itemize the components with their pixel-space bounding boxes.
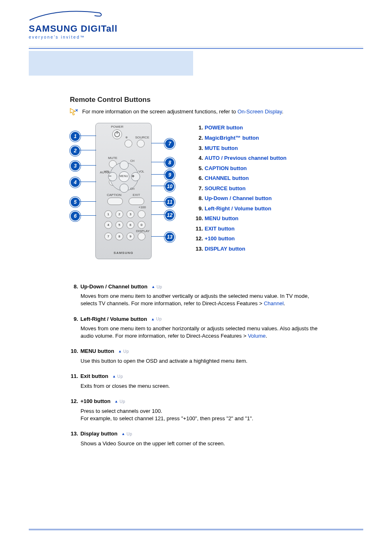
up-triangle-icon: ▲ (118, 350, 122, 353)
callout-item: 7.SOURCE button (193, 183, 286, 193)
up-triangle-icon: ▲ (112, 375, 116, 378)
channel-link[interactable]: Channel (264, 300, 284, 306)
detail-title: Exit button (81, 373, 108, 379)
detail-body: Moves from one menu item to another hori… (81, 325, 325, 339)
marker-7: 7 (164, 138, 175, 149)
detail-title: Up-Down / Channel button (81, 283, 148, 290)
marker-4: 4 (70, 177, 81, 188)
info-text: For more information on the screen adjus… (82, 108, 284, 115)
marker-5: 5 (70, 197, 81, 207)
callout-power[interactable]: POWER button (205, 124, 243, 131)
remote-diagram: POWER ✲ SOURCE MUTE AUTO/ PRE-CH (70, 123, 181, 263)
divider-thin (29, 47, 363, 47)
up-link[interactable]: ▲Up (151, 284, 162, 290)
detail-title: Left-Right / Volume button (81, 316, 147, 322)
marker-9: 9 (164, 170, 175, 180)
detail-menu: 10. MENU button ▲Up Use this button to o… (70, 348, 325, 364)
callout-item: 3.MUTE button (193, 143, 286, 153)
up-link[interactable]: ▲Up (122, 431, 132, 437)
btn-caption (107, 198, 123, 205)
label-power: POWER (111, 125, 123, 129)
label-caption: CAPTION (107, 193, 122, 198)
btn-source (137, 140, 145, 147)
callout-caption[interactable]: CAPTION button (205, 165, 247, 171)
callout-item: 9.Left-Right / Volume button (193, 203, 286, 214)
info-prefix: For more information on the screen adjus… (82, 108, 238, 115)
btn-magicbright (125, 140, 132, 147)
decorative-band (29, 51, 193, 76)
up-link[interactable]: ▲Up (151, 316, 161, 322)
callout-mute[interactable]: MUTE button (205, 145, 238, 151)
marker-2: 2 (70, 145, 81, 156)
btn-exit (129, 198, 144, 205)
label-plus100: +100 (138, 205, 146, 210)
callout-menu[interactable]: MENU button (205, 215, 238, 221)
diagram-row: POWER ✲ SOURCE MUTE AUTO/ PRE-CH (70, 123, 325, 263)
main-content: Remote Control Buttons For more informat… (70, 95, 325, 447)
tagline: everyone's invited™ (29, 35, 363, 39)
page: SAMSUNG DIGITall everyone's invited™ Rem… (0, 0, 392, 555)
callout-item: 5.CAPTION button (193, 163, 286, 173)
callout-item: 13.DISPLAY button (193, 244, 286, 254)
callout-item: 8.Up-Down / Channel button (193, 193, 286, 204)
marker-6: 6 (70, 211, 81, 221)
detail-updown: 8. Up-Down / Channel button ▲Up Moves fr… (70, 283, 325, 307)
label-ch: CH (130, 159, 134, 163)
marker-12: 12 (164, 210, 175, 221)
callout-exit[interactable]: EXIT button (205, 226, 235, 232)
callout-leftright[interactable]: Left-Right / Volume button (205, 205, 271, 212)
dpad-up (120, 161, 129, 170)
marker-3: 3 (70, 161, 81, 171)
remote-body: POWER ✲ SOURCE MUTE AUTO/ PRE-CH (95, 123, 152, 259)
detail-display: 13. Display button ▲Up Shows a Video Sou… (70, 430, 325, 447)
detail-leftright: 9. Left-Right / Volume button ▲Up Moves … (70, 315, 325, 340)
marker-11: 11 (164, 197, 175, 207)
callout-list: 1.POWER button 2.MagicBright™ button 3.M… (193, 123, 286, 254)
callout-magicbright[interactable]: MagicBright™ button (205, 135, 259, 141)
volume-link[interactable]: Volume (248, 333, 265, 339)
detail-plus100: 12. +100 button ▲Up Press to select chan… (70, 398, 325, 422)
callout-auto[interactable]: AUTO / Previous channel button (205, 155, 286, 161)
info-suffix: . (282, 108, 284, 115)
detail-body: Moves from one menu item to another vert… (81, 292, 325, 307)
callout-item: 10.MENU button (193, 214, 286, 224)
marker-8: 8 (164, 157, 175, 168)
up-link[interactable]: ▲Up (115, 399, 125, 405)
up-triangle-icon: ▲ (151, 318, 154, 321)
callout-item: 2.MagicBright™ button (193, 133, 286, 143)
up-link[interactable]: ▲Up (112, 374, 123, 380)
marker-10: 10 (164, 181, 175, 192)
label-menu: MENU (120, 174, 128, 178)
label-vol: VOL (104, 170, 110, 173)
detail-body: Press to select channels over 100. For e… (81, 408, 325, 422)
detail-exit: 11. Exit button ▲Up Exits from or closes… (70, 373, 325, 389)
callout-item: 12.+100 button (193, 234, 286, 244)
page-title: Remote Control Buttons (70, 95, 325, 105)
on-screen-display-link[interactable]: On-Screen Display (238, 108, 282, 115)
callout-source[interactable]: SOURCE button (205, 185, 246, 191)
detail-title: +100 button (81, 398, 111, 404)
callout-item: 6.CHANNEL button (193, 173, 286, 184)
callout-channel[interactable]: CHANNEL button (205, 175, 249, 181)
callout-item: 1.POWER button (193, 123, 286, 133)
detail-body: Shows a Video Source on the upper left c… (81, 440, 325, 447)
header-logo: SAMSUNG DIGITall everyone's invited™ (29, 10, 363, 39)
callout-display[interactable]: DISPLAY button (205, 246, 245, 252)
logo-swoosh-icon (29, 10, 363, 23)
callout-plus100[interactable]: +100 button (205, 235, 235, 242)
detail-title: Display button (81, 431, 118, 437)
callout-updown[interactable]: Up-Down / Channel button (205, 195, 272, 201)
detail-list: 8. Up-Down / Channel button ▲Up Moves fr… (70, 283, 325, 447)
btn-display (138, 233, 145, 240)
footer-bar (29, 529, 363, 530)
btn-power (112, 129, 122, 139)
btn-plus100 (138, 210, 145, 218)
dpad-down (120, 184, 129, 193)
marker-1: 1 (70, 131, 81, 142)
info-cursor-icon (70, 108, 78, 115)
up-link[interactable]: ▲Up (118, 349, 129, 355)
label-source: SOURCE (135, 136, 149, 140)
info-note: For more information on the screen adjus… (70, 108, 325, 115)
label-exit: EXIT (133, 193, 140, 198)
detail-body: Exits from or closes the menu screen. (81, 382, 325, 390)
